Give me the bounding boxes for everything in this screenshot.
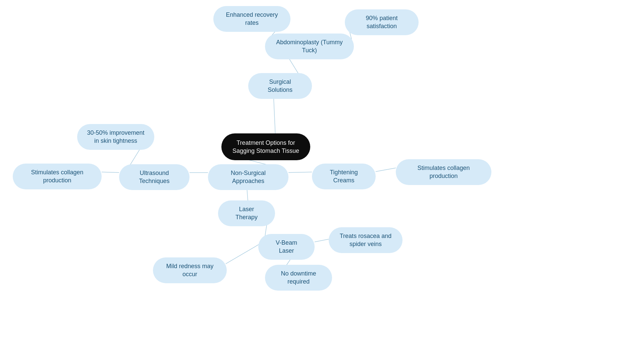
node-ultrasound[interactable]: Ultrasound Techniques [119,164,190,190]
node-vbeam[interactable]: V-Beam Laser [258,234,315,260]
line-ultrasound-stim_collagen_left [102,172,119,173]
node-rosacea[interactable]: Treats rosacea and spider veins [329,227,402,253]
mindmap-container: Treatment Options for Sagging Stomach Ti… [0,0,644,363]
node-root[interactable]: Treatment Options for Sagging Stomach Ti… [221,133,310,160]
node-enhanced_recovery[interactable]: Enhanced recovery rates [213,6,290,32]
node-stim_collagen_left[interactable]: Stimulates collagen production [13,164,102,189]
line-vbeam-mild_redness [226,244,259,264]
node-non_surgical[interactable]: Non-Surgical Approaches [208,164,288,190]
line-tightening_creams-stim_collagen_right [376,168,396,172]
line-vbeam-rosacea [315,239,329,242]
node-no_downtime[interactable]: No downtime required [265,265,332,291]
node-surgical[interactable]: Surgical Solutions [248,73,312,99]
node-stim_collagen_right[interactable]: Stimulates collagen production [396,159,491,185]
node-abdominoplasty[interactable]: Abdominoplasty (Tummy Tuck) [265,34,354,59]
node-improvement[interactable]: 30-50% improvement in skin tightness [77,124,154,150]
node-tightening_creams[interactable]: Tightening Creams [312,164,376,189]
node-patient_satisfaction[interactable]: 90% patient satisfaction [345,9,419,35]
node-laser_therapy[interactable]: Laser Therapy [218,200,275,226]
line-non_surgical-tightening_creams [288,172,312,173]
node-mild_redness[interactable]: Mild redness may occur [153,257,227,283]
